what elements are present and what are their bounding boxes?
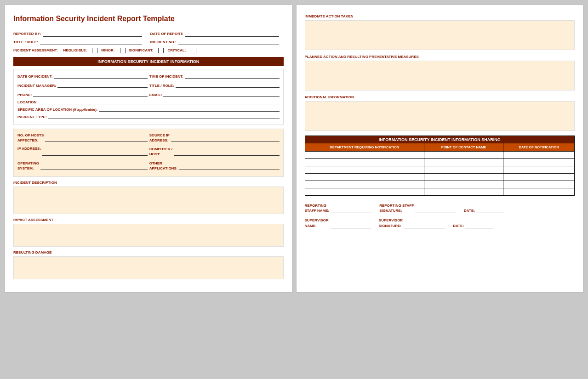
ip-address-line[interactable]: [42, 150, 148, 156]
reporting-staff-sig-line[interactable]: [415, 208, 457, 213]
phone-line[interactable]: [33, 91, 148, 97]
minor-checkbox[interactable]: [120, 48, 126, 53]
title-role-label: TITLE / ROLE:: [13, 40, 38, 44]
sharing-table-row: [305, 159, 575, 166]
sig-row-1: REPORTINGSTAFF NAME: REPORTING STAFFSIGN…: [305, 203, 575, 213]
sharing-cell-contact-3[interactable]: [424, 174, 503, 181]
location-line[interactable]: [39, 99, 280, 104]
time-of-incident-label: TIME OF INCIDENT:: [149, 74, 183, 79]
email-label: EMAIL:: [149, 93, 162, 97]
source-ip-line[interactable]: [171, 136, 280, 142]
sharing-cell-dept-4[interactable]: [305, 181, 424, 188]
sharing-cell-date-1[interactable]: [503, 159, 575, 166]
incident-manager-line[interactable]: [57, 82, 148, 88]
data-grid: NO. OF HOSTSAFFECTED: SOURCE IPADDRESS: …: [17, 133, 280, 173]
reported-by-line[interactable]: [43, 31, 142, 37]
incident-desc-box[interactable]: [13, 187, 284, 214]
sharing-cell-contact-4[interactable]: [424, 181, 503, 188]
incident-no-line[interactable]: [178, 40, 279, 45]
sharing-cell-dept-2[interactable]: [305, 166, 424, 174]
date2-label: DATE:: [453, 223, 464, 228]
col-date: DATE OF NOTIFICATION: [503, 143, 575, 152]
planned-action-box[interactable]: [305, 61, 575, 91]
source-ip-label: SOURCE IPADDRESS:: [149, 133, 170, 143]
sharing-cell-date-5[interactable]: [503, 188, 575, 196]
col-dept: DEPARTMENT REQUIRING NOTIFICATION: [305, 143, 424, 152]
incident-desc-label: INCIDENT DESCRIPTION: [13, 181, 284, 185]
sharing-cell-contact-5[interactable]: [424, 188, 503, 196]
sharing-cell-dept-5[interactable]: [305, 188, 424, 196]
page-title: Information Security Incident Report Tem…: [13, 14, 284, 24]
immediate-action-label: IMMEDIATE ACTION TAKEN: [305, 14, 575, 18]
assessment-row: INCIDENT ASSESSMENT: NEGLIGIBLE: MINOR: …: [13, 48, 284, 53]
date1-field: DATE:: [464, 208, 504, 213]
negligible-label: NEGLIGIBLE:: [63, 48, 87, 52]
significant-checkbox[interactable]: [158, 48, 164, 53]
incident-type-field: INCIDENT TYPE:: [17, 113, 280, 119]
sharing-table-row: [305, 152, 575, 159]
sharing-cell-date-3[interactable]: [503, 174, 575, 181]
info-title-role-field: TITLE / ROLE:: [149, 82, 280, 88]
info-section-header: INFORMATION SECURITY INCIDENT INFORMATIO…: [13, 57, 284, 66]
specific-area-line[interactable]: [99, 106, 279, 112]
ip-address-field: IP ADDRESS:: [17, 147, 148, 158]
sharing-cell-contact-0[interactable]: [424, 152, 503, 159]
other-apps-line[interactable]: [179, 164, 279, 170]
specific-area-label: SPECIFIC AREA OF LOCATION (if applicable…: [17, 107, 97, 112]
significant-label: SIGNIFICANT:: [129, 48, 154, 52]
supervisor-name-field: SUPERVISORNAME:: [305, 218, 371, 228]
incident-manager-label: INCIDENT MANAGER:: [17, 84, 56, 88]
sharing-cell-dept-3[interactable]: [305, 174, 424, 181]
immediate-action-box[interactable]: [305, 20, 575, 50]
no-of-hosts-line[interactable]: [45, 136, 147, 142]
title-role-line[interactable]: [40, 40, 142, 45]
time-of-incident-field: TIME OF INCIDENT:: [149, 73, 280, 79]
os-line[interactable]: [40, 164, 148, 170]
title-role-field: TITLE / ROLE:: [13, 40, 147, 45]
supervisor-sig-field: SUPERVISORSIGNATURE:: [379, 218, 445, 228]
supervisor-sig-label: SUPERVISORSIGNATURE:: [379, 218, 403, 228]
critical-checkbox[interactable]: [191, 48, 196, 53]
info-title-role-line[interactable]: [176, 82, 280, 88]
negligible-checkbox[interactable]: [92, 48, 97, 53]
other-apps-label: OTHERAPPLICATIONS:: [149, 161, 178, 171]
computer-host-field: COMPUTER /HOST:: [149, 147, 280, 158]
impact-assessment-box[interactable]: [13, 224, 284, 247]
additional-info-label: ADDITIONAL INFORMATION: [305, 95, 575, 99]
reporting-staff-sig-label: REPORTING STAFFSIGNATURE:: [379, 203, 414, 213]
sharing-table-row: [305, 188, 575, 196]
reporting-staff-name-line[interactable]: [331, 208, 372, 213]
date1-label: DATE:: [464, 208, 475, 213]
email-line[interactable]: [163, 91, 279, 97]
sig-section: REPORTINGSTAFF NAME: REPORTING STAFFSIGN…: [305, 203, 575, 228]
no-of-hosts-label: NO. OF HOSTSAFFECTED:: [17, 133, 44, 143]
impact-assessment-label: IMPACT ASSESSMENT: [13, 218, 284, 222]
time-of-incident-line[interactable]: [185, 73, 280, 79]
assessment-label: INCIDENT ASSESSMENT:: [13, 48, 58, 52]
sharing-cell-dept-0[interactable]: [305, 152, 424, 159]
resulting-damage-box[interactable]: [13, 256, 284, 279]
minor-label: MINOR:: [101, 48, 114, 52]
sharing-cell-date-0[interactable]: [503, 152, 575, 159]
other-apps-field: OTHERAPPLICATIONS:: [149, 161, 280, 173]
sharing-cell-dept-1[interactable]: [305, 159, 424, 166]
supervisor-name-line[interactable]: [330, 223, 371, 228]
sharing-cell-contact-2[interactable]: [424, 166, 503, 174]
date1-line[interactable]: [476, 208, 504, 213]
additional-info-box[interactable]: [305, 101, 575, 131]
incident-type-line[interactable]: [48, 113, 280, 119]
phone-label: PHONE:: [17, 93, 32, 97]
location-field: LOCATION:: [17, 99, 280, 104]
email-field: EMAIL:: [149, 91, 280, 97]
sharing-cell-date-2[interactable]: [503, 166, 575, 174]
planned-action-label: PLANNED ACTION AND RESULTING PREVENTATIV…: [305, 55, 575, 59]
incident-no-field: INCIDENT NO.:: [150, 40, 284, 45]
computer-host-label: COMPUTER /HOST:: [149, 147, 172, 157]
computer-host-line[interactable]: [174, 150, 280, 156]
supervisor-sig-line[interactable]: [404, 223, 445, 228]
date-of-report-line[interactable]: [185, 31, 279, 37]
sharing-cell-date-4[interactable]: [503, 181, 575, 188]
date2-line[interactable]: [465, 223, 493, 228]
sharing-cell-contact-1[interactable]: [424, 159, 503, 166]
date-of-incident-line[interactable]: [54, 73, 147, 79]
